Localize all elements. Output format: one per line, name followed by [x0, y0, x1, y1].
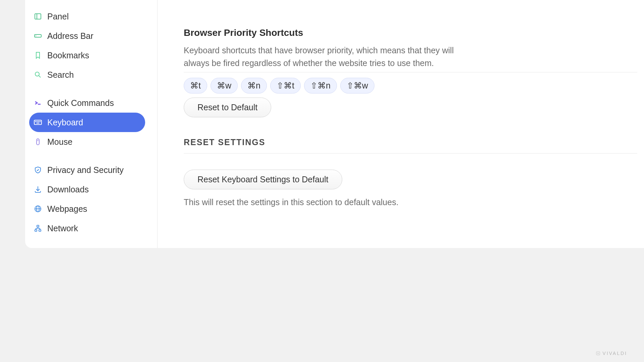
svg-point-9 [37, 121, 37, 122]
shortcut-pill[interactable]: ⇧⌘w [340, 78, 374, 94]
settings-panel: Panel Address Bar Bookmarks Search [25, 0, 644, 248]
address-bar-icon [33, 31, 43, 41]
vivaldi-logo-icon [596, 351, 600, 356]
svg-rect-7 [34, 120, 42, 125]
brand-label: VIVALDI [602, 351, 627, 356]
command-icon [33, 98, 43, 108]
reset-settings-description: This will reset the settings in this sec… [184, 197, 637, 207]
svg-point-11 [40, 121, 40, 122]
sidebar-item-mouse[interactable]: Mouse [29, 132, 145, 152]
svg-point-10 [39, 121, 39, 122]
shortcut-pill[interactable]: ⇧⌘n [304, 78, 337, 94]
sidebar-item-network[interactable]: Network [29, 219, 145, 238]
divider [184, 153, 637, 154]
sidebar-item-privacy[interactable]: Privacy and Security [29, 160, 145, 180]
priority-shortcuts-container[interactable]: ⌘t ⌘w ⌘n ⇧⌘t ⇧⌘n ⇧⌘w [184, 75, 637, 94]
svg-rect-13 [37, 139, 39, 145]
sidebar-item-label: Keyboard [47, 118, 83, 127]
network-icon [33, 224, 43, 233]
sidebar-spacer [29, 152, 145, 160]
shortcut-pill[interactable]: ⌘t [184, 78, 207, 94]
panel-icon [33, 12, 43, 21]
sidebar-item-label: Downloads [47, 185, 89, 194]
svg-rect-0 [35, 14, 41, 19]
mouse-icon [33, 137, 43, 146]
sidebar-item-label: Bookmarks [47, 51, 89, 60]
download-icon [33, 185, 43, 194]
svg-rect-20 [35, 230, 37, 231]
settings-main: Browser Priority Shortcuts Keyboard shor… [158, 0, 644, 248]
sidebar-item-address-bar[interactable]: Address Bar [29, 26, 145, 46]
shortcut-pill[interactable]: ⌘n [241, 78, 267, 94]
globe-icon [33, 204, 43, 214]
shortcut-pill[interactable]: ⌘w [211, 78, 238, 94]
sidebar-item-label: Quick Commands [47, 98, 114, 108]
sidebar-item-downloads[interactable]: Downloads [29, 180, 145, 199]
sidebar-item-label: Privacy and Security [47, 165, 124, 175]
shield-icon [33, 165, 43, 175]
priority-shortcuts-description: Keyboard shortcuts that have browser pri… [184, 44, 479, 69]
divider [184, 72, 637, 72]
sidebar-item-label: Mouse [47, 137, 72, 147]
sidebar-item-quick-commands[interactable]: Quick Commands [29, 93, 145, 113]
svg-rect-19 [37, 225, 39, 227]
sidebar-item-bookmarks[interactable]: Bookmarks [29, 46, 145, 65]
brand-badge: VIVALDI [596, 351, 627, 356]
sidebar-item-label: Address Bar [47, 31, 94, 41]
svg-point-8 [36, 121, 36, 122]
reset-shortcuts-button[interactable]: Reset to Default [184, 98, 271, 117]
reset-keyboard-settings-button[interactable]: Reset Keyboard Settings to Default [184, 170, 342, 189]
svg-point-4 [35, 72, 39, 76]
svg-rect-26 [596, 352, 600, 355]
shortcut-pill[interactable]: ⇧⌘t [270, 78, 301, 94]
sidebar-item-label: Webpages [47, 204, 87, 214]
priority-shortcuts-title: Browser Priority Shortcuts [184, 27, 637, 38]
sidebar-item-panel[interactable]: Panel [29, 7, 145, 26]
sidebar-item-label: Network [47, 224, 78, 233]
sidebar-item-label: Search [47, 70, 74, 80]
svg-line-5 [39, 76, 41, 77]
sidebar-item-webpages[interactable]: Webpages [29, 199, 145, 219]
svg-rect-21 [39, 230, 41, 231]
settings-sidebar: Panel Address Bar Bookmarks Search [25, 0, 158, 248]
sidebar-item-keyboard[interactable]: Keyboard [29, 113, 145, 132]
sidebar-item-label: Panel [47, 12, 69, 21]
sidebar-spacer [29, 84, 145, 93]
bookmark-icon [33, 51, 43, 60]
sidebar-item-search[interactable]: Search [29, 65, 145, 84]
reset-settings-heading: RESET SETTINGS [184, 137, 637, 147]
search-icon [33, 70, 43, 79]
keyboard-icon [33, 118, 43, 127]
